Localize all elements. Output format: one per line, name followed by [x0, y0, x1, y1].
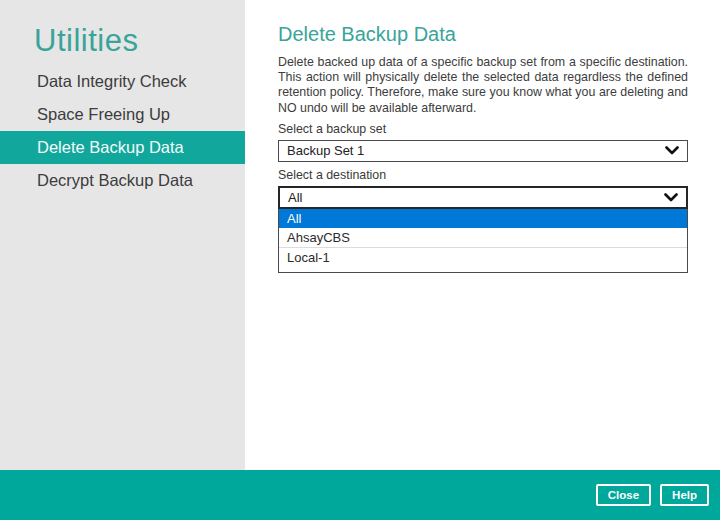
sidebar-item-decrypt-backup-data[interactable]: Decrypt Backup Data	[0, 164, 245, 197]
page-description: Delete backed up data of a specific back…	[278, 55, 688, 116]
sidebar-item-label: Space Freeing Up	[37, 105, 170, 123]
backup-set-label: Select a backup set	[278, 123, 688, 136]
sidebar-item-label: Data Integrity Check	[37, 72, 186, 90]
option-local-1[interactable]: Local-1	[279, 248, 687, 267]
option-all[interactable]: All	[279, 209, 687, 228]
destination-option-list: All AhsayCBS Local-1	[278, 209, 688, 273]
sidebar-item-delete-backup-data[interactable]: Delete Backup Data	[0, 131, 245, 164]
chevron-down-icon	[665, 146, 679, 155]
help-button[interactable]: Help	[660, 484, 709, 506]
main-panel: Delete Backup Data Delete backed up data…	[245, 0, 720, 470]
close-button[interactable]: Close	[596, 484, 651, 506]
sidebar: Utilities Data Integrity Check Space Fre…	[0, 0, 245, 470]
option-ahsaycbs[interactable]: AhsayCBS	[279, 228, 687, 248]
destination-label: Select a destination	[278, 169, 688, 182]
page-title: Delete Backup Data	[278, 24, 688, 44]
chevron-down-icon	[664, 193, 678, 202]
utilities-window: Utilities Data Integrity Check Space Fre…	[0, 0, 720, 520]
destination-selected-value: All	[288, 190, 302, 205]
sidebar-item-space-freeing-up[interactable]: Space Freeing Up	[0, 98, 245, 131]
sidebar-item-data-integrity-check[interactable]: Data Integrity Check	[0, 65, 245, 98]
footer-bar: Close Help	[0, 470, 720, 520]
sidebar-title: Utilities	[34, 22, 245, 60]
sidebar-item-label: Delete Backup Data	[37, 138, 184, 156]
backup-set-select[interactable]: Backup Set 1	[278, 140, 688, 162]
backup-set-selected-value: Backup Set 1	[287, 143, 364, 158]
sidebar-menu: Data Integrity Check Space Freeing Up De…	[0, 65, 245, 197]
destination-select[interactable]: All	[278, 186, 688, 209]
sidebar-item-label: Decrypt Backup Data	[37, 171, 193, 189]
